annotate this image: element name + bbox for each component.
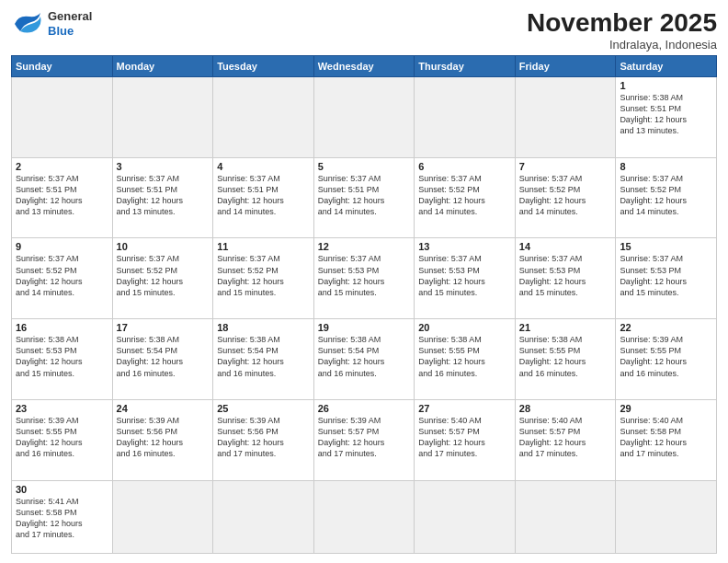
location: Indralaya, Indonesia bbox=[527, 38, 717, 52]
day-number: 25 bbox=[217, 403, 310, 414]
day-info: Sunrise: 5:39 AM Sunset: 5:55 PM Dayligh… bbox=[16, 415, 108, 460]
day-number: 18 bbox=[217, 322, 310, 333]
day-number: 11 bbox=[217, 241, 310, 252]
table-row: 10Sunrise: 5:37 AM Sunset: 5:52 PM Dayli… bbox=[112, 238, 213, 319]
table-row: 22Sunrise: 5:39 AM Sunset: 5:55 PM Dayli… bbox=[616, 319, 717, 400]
day-info: Sunrise: 5:37 AM Sunset: 5:51 PM Dayligh… bbox=[16, 173, 108, 218]
table-row: 5Sunrise: 5:37 AM Sunset: 5:51 PM Daylig… bbox=[313, 157, 415, 238]
col-sunday: Sunday bbox=[12, 55, 113, 76]
day-number: 17 bbox=[117, 322, 210, 333]
logo: General Blue bbox=[11, 9, 92, 38]
day-number: 12 bbox=[318, 241, 411, 252]
day-info: Sunrise: 5:37 AM Sunset: 5:53 PM Dayligh… bbox=[620, 253, 712, 298]
table-row: 1Sunrise: 5:38 AM Sunset: 5:51 PM Daylig… bbox=[616, 76, 717, 157]
day-number: 15 bbox=[620, 241, 712, 252]
logo-text: General Blue bbox=[48, 9, 92, 38]
table-row: 30Sunrise: 5:41 AM Sunset: 5:58 PM Dayli… bbox=[12, 480, 113, 553]
table-row: 25Sunrise: 5:39 AM Sunset: 5:56 PM Dayli… bbox=[213, 399, 314, 480]
day-number: 23 bbox=[16, 403, 108, 414]
calendar-header-row: Sunday Monday Tuesday Wednesday Thursday… bbox=[12, 55, 717, 76]
day-info: Sunrise: 5:41 AM Sunset: 5:58 PM Dayligh… bbox=[16, 496, 108, 541]
calendar-week-row: 16Sunrise: 5:38 AM Sunset: 5:53 PM Dayli… bbox=[12, 319, 717, 400]
col-wednesday: Wednesday bbox=[313, 55, 415, 76]
day-info: Sunrise: 5:37 AM Sunset: 5:51 PM Dayligh… bbox=[117, 173, 210, 218]
day-info: Sunrise: 5:39 AM Sunset: 5:56 PM Dayligh… bbox=[217, 415, 310, 460]
title-block: November 2025 Indralaya, Indonesia bbox=[527, 9, 717, 52]
day-info: Sunrise: 5:40 AM Sunset: 5:57 PM Dayligh… bbox=[519, 415, 612, 460]
table-row: 23Sunrise: 5:39 AM Sunset: 5:55 PM Dayli… bbox=[12, 399, 113, 480]
table-row: 8Sunrise: 5:37 AM Sunset: 5:52 PM Daylig… bbox=[616, 157, 717, 238]
calendar-week-row: 30Sunrise: 5:41 AM Sunset: 5:58 PM Dayli… bbox=[12, 480, 717, 553]
table-row: 13Sunrise: 5:37 AM Sunset: 5:53 PM Dayli… bbox=[415, 238, 516, 319]
table-row bbox=[515, 480, 616, 553]
day-info: Sunrise: 5:37 AM Sunset: 5:53 PM Dayligh… bbox=[318, 253, 411, 298]
day-info: Sunrise: 5:38 AM Sunset: 5:54 PM Dayligh… bbox=[318, 334, 411, 379]
day-number: 27 bbox=[418, 403, 511, 414]
table-row: 29Sunrise: 5:40 AM Sunset: 5:58 PM Dayli… bbox=[616, 399, 717, 480]
day-info: Sunrise: 5:38 AM Sunset: 5:54 PM Dayligh… bbox=[217, 334, 310, 379]
day-info: Sunrise: 5:39 AM Sunset: 5:55 PM Dayligh… bbox=[620, 334, 712, 379]
table-row: 6Sunrise: 5:37 AM Sunset: 5:52 PM Daylig… bbox=[415, 157, 516, 238]
table-row bbox=[12, 76, 113, 157]
day-info: Sunrise: 5:38 AM Sunset: 5:55 PM Dayligh… bbox=[418, 334, 511, 379]
day-info: Sunrise: 5:37 AM Sunset: 5:52 PM Dayligh… bbox=[16, 253, 108, 298]
table-row: 11Sunrise: 5:37 AM Sunset: 5:52 PM Dayli… bbox=[213, 238, 314, 319]
table-row bbox=[112, 480, 213, 553]
table-row: 28Sunrise: 5:40 AM Sunset: 5:57 PM Dayli… bbox=[515, 399, 616, 480]
day-number: 20 bbox=[418, 322, 511, 333]
table-row bbox=[313, 76, 415, 157]
day-info: Sunrise: 5:38 AM Sunset: 5:55 PM Dayligh… bbox=[519, 334, 612, 379]
table-row: 3Sunrise: 5:37 AM Sunset: 5:51 PM Daylig… bbox=[112, 157, 213, 238]
table-row: 18Sunrise: 5:38 AM Sunset: 5:54 PM Dayli… bbox=[213, 319, 314, 400]
day-info: Sunrise: 5:37 AM Sunset: 5:51 PM Dayligh… bbox=[318, 173, 411, 218]
day-number: 1 bbox=[620, 80, 712, 91]
table-row bbox=[213, 76, 314, 157]
day-number: 13 bbox=[418, 241, 511, 252]
calendar-week-row: 1Sunrise: 5:38 AM Sunset: 5:51 PM Daylig… bbox=[12, 76, 717, 157]
table-row: 7Sunrise: 5:37 AM Sunset: 5:52 PM Daylig… bbox=[515, 157, 616, 238]
day-number: 28 bbox=[519, 403, 612, 414]
table-row: 12Sunrise: 5:37 AM Sunset: 5:53 PM Dayli… bbox=[313, 238, 415, 319]
day-number: 9 bbox=[16, 241, 108, 252]
day-info: Sunrise: 5:39 AM Sunset: 5:56 PM Dayligh… bbox=[117, 415, 210, 460]
col-tuesday: Tuesday bbox=[213, 55, 314, 76]
table-row: 14Sunrise: 5:37 AM Sunset: 5:53 PM Dayli… bbox=[515, 238, 616, 319]
day-number: 5 bbox=[318, 161, 411, 172]
day-info: Sunrise: 5:37 AM Sunset: 5:52 PM Dayligh… bbox=[418, 173, 511, 218]
day-info: Sunrise: 5:38 AM Sunset: 5:51 PM Dayligh… bbox=[620, 92, 712, 137]
day-info: Sunrise: 5:40 AM Sunset: 5:58 PM Dayligh… bbox=[620, 415, 712, 460]
table-row bbox=[415, 76, 516, 157]
calendar-week-row: 23Sunrise: 5:39 AM Sunset: 5:55 PM Dayli… bbox=[12, 399, 717, 480]
day-info: Sunrise: 5:39 AM Sunset: 5:57 PM Dayligh… bbox=[318, 415, 411, 460]
day-number: 8 bbox=[620, 161, 712, 172]
table-row bbox=[213, 480, 314, 553]
calendar-table: Sunday Monday Tuesday Wednesday Thursday… bbox=[11, 55, 717, 554]
table-row: 20Sunrise: 5:38 AM Sunset: 5:55 PM Dayli… bbox=[415, 319, 516, 400]
day-info: Sunrise: 5:37 AM Sunset: 5:52 PM Dayligh… bbox=[519, 173, 612, 218]
day-number: 3 bbox=[117, 161, 210, 172]
day-info: Sunrise: 5:38 AM Sunset: 5:54 PM Dayligh… bbox=[117, 334, 210, 379]
table-row bbox=[515, 76, 616, 157]
table-row bbox=[112, 76, 213, 157]
header: General Blue November 2025 Indralaya, In… bbox=[11, 9, 717, 52]
day-number: 24 bbox=[117, 403, 210, 414]
day-info: Sunrise: 5:38 AM Sunset: 5:53 PM Dayligh… bbox=[16, 334, 108, 379]
day-info: Sunrise: 5:37 AM Sunset: 5:51 PM Dayligh… bbox=[217, 173, 310, 218]
day-number: 30 bbox=[16, 484, 108, 495]
day-number: 21 bbox=[519, 322, 612, 333]
day-number: 26 bbox=[318, 403, 411, 414]
table-row bbox=[616, 480, 717, 553]
col-saturday: Saturday bbox=[616, 55, 717, 76]
day-number: 19 bbox=[318, 322, 411, 333]
day-number: 10 bbox=[117, 241, 210, 252]
table-row bbox=[415, 480, 516, 553]
table-row: 26Sunrise: 5:39 AM Sunset: 5:57 PM Dayli… bbox=[313, 399, 415, 480]
day-number: 14 bbox=[519, 241, 612, 252]
day-info: Sunrise: 5:37 AM Sunset: 5:52 PM Dayligh… bbox=[620, 173, 712, 218]
table-row: 15Sunrise: 5:37 AM Sunset: 5:53 PM Dayli… bbox=[616, 238, 717, 319]
day-number: 16 bbox=[16, 322, 108, 333]
day-number: 2 bbox=[16, 161, 108, 172]
day-number: 22 bbox=[620, 322, 712, 333]
calendar-week-row: 2Sunrise: 5:37 AM Sunset: 5:51 PM Daylig… bbox=[12, 157, 717, 238]
col-thursday: Thursday bbox=[415, 55, 516, 76]
